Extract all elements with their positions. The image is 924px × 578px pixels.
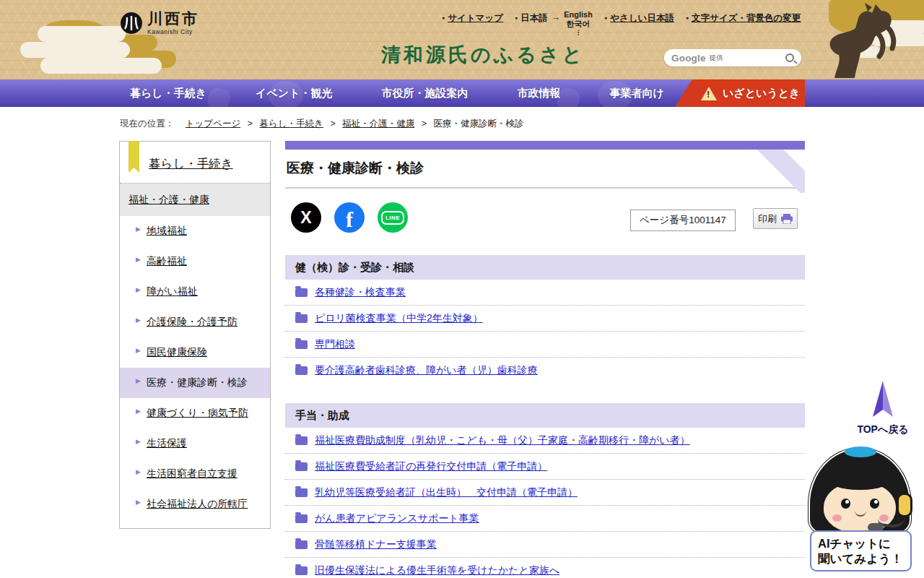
nav-item-shiyakusho[interactable]: 市役所・施設案内 bbox=[382, 87, 468, 100]
city-emblem-icon bbox=[120, 12, 143, 35]
x-share-icon[interactable]: X bbox=[291, 202, 321, 233]
google-provided-label: 提供 bbox=[710, 53, 723, 63]
content-link[interactable]: 各種健診・検査事業 bbox=[315, 286, 406, 299]
sidebar-item-kaigo[interactable]: ▶介護保険・介護予防 bbox=[120, 307, 270, 337]
content-link[interactable]: ピロリ菌検査事業（中学2年生対象） bbox=[315, 312, 483, 325]
global-navigation: 暮らし・手続き イベント・観光 市役所・施設案内 市政情報 事業者向け いざとい… bbox=[0, 79, 924, 107]
sidebar-category[interactable]: 福祉・介護・健康 bbox=[120, 184, 270, 216]
content-link[interactable]: 乳幼児等医療受給者証（出生時） 交付申請（電子申請） bbox=[315, 486, 578, 499]
triangle-bullet-icon: ▶ bbox=[136, 407, 141, 415]
folder-icon bbox=[295, 540, 308, 549]
content-link[interactable]: 旧優生保護法による優生手術等を受けたかたと家族へ bbox=[315, 564, 559, 577]
content-link[interactable]: がん患者アピアランスサポート事業 bbox=[315, 512, 479, 525]
sidebar-item-kokuho[interactable]: ▶国民健康保険 bbox=[120, 337, 270, 368]
language-switcher: 日本語 → English 한국어 ⋮ bbox=[515, 12, 593, 37]
main-content: 医療・健康診断・検診 X f LINE ページ番号1001147 印刷 健（検）… bbox=[285, 141, 805, 578]
nav-item-jigyosha[interactable]: 事業者向け bbox=[610, 87, 664, 100]
arrow-icon: → bbox=[552, 12, 561, 22]
sidebar-item-iryo-current[interactable]: ▶医療・健康診断・検診 bbox=[120, 368, 270, 398]
facebook-share-icon[interactable]: f bbox=[334, 202, 365, 233]
list-item: がん患者アピアランスサポート事業 bbox=[285, 506, 805, 532]
list-item: 各種健診・検査事業 bbox=[285, 280, 805, 306]
folder-icon bbox=[295, 566, 308, 575]
print-button[interactable]: 印刷 bbox=[753, 208, 798, 229]
breadcrumb: 現在の位置： トップページ > 暮らし・手続き > 福祉・介護・健康 > 医療・… bbox=[120, 118, 523, 130]
folder-icon bbox=[295, 462, 308, 471]
page-title: 医療・健康診断・検診 bbox=[287, 159, 805, 178]
list-item: ピロリ菌検査事業（中学2年生対象） bbox=[285, 306, 805, 332]
sidebar-item-seikatsuhogo[interactable]: ▶生活保護 bbox=[120, 428, 270, 459]
list-item: 要介護高齢者歯科診療、障がい者（児）歯科診療 bbox=[285, 358, 805, 384]
kawanishi-city-page: 川西市 Kawanishi City サイトマップ 日本語 → English … bbox=[0, 0, 924, 578]
list-item: 専門相談 bbox=[285, 332, 805, 358]
breadcrumb-home[interactable]: トップページ bbox=[186, 118, 240, 129]
sidebar-item-konkyusha[interactable]: ▶生活困窮者自立支援 bbox=[120, 459, 270, 489]
list-item: 福祉医療費受給者証の再発行交付申請（電子申請） bbox=[285, 454, 805, 480]
sitemap-link[interactable]: サイトマップ bbox=[442, 12, 503, 25]
section-heading-teate: 手当・助成 bbox=[285, 403, 805, 428]
white-cloud-decoration bbox=[20, 42, 130, 58]
list-item: 旧優生保護法による優生手術等を受けたかたと家族へ bbox=[285, 558, 805, 578]
search-input[interactable] bbox=[723, 51, 785, 64]
text-size-link[interactable]: 文字サイズ・背景色の変更 bbox=[686, 12, 801, 25]
share-toolbar: X f LINE ページ番号1001147 印刷 bbox=[285, 202, 805, 236]
mascot-blush bbox=[832, 514, 842, 522]
sidebar: 暮らし・手続き 福祉・介護・健康 ▶地域福祉 ▶高齢福祉 ▶障がい福祉 ▶介護保… bbox=[119, 141, 271, 529]
back-to-top-button[interactable]: TOPへ戻る bbox=[856, 381, 910, 436]
list-item: 福祉医療費助成制度（乳幼児・こども・母（父）子家庭・高齢期移行・障がい者） bbox=[285, 428, 805, 454]
sidebar-item-shogai[interactable]: ▶障がい福祉 bbox=[120, 277, 270, 307]
sidebar-item-kenko[interactable]: ▶健康づくり・病気予防 bbox=[120, 398, 270, 428]
breadcrumb-separator: > bbox=[248, 118, 253, 129]
nav-item-event[interactable]: イベント・観光 bbox=[256, 87, 332, 100]
sidebar-item-chiiki[interactable]: ▶地域福祉 bbox=[120, 216, 270, 246]
korean-link[interactable]: 한국어 bbox=[567, 20, 590, 29]
more-languages-icon[interactable]: ⋮ bbox=[575, 29, 582, 37]
sidebar-category-link[interactable]: 福祉・介護・健康 bbox=[128, 194, 209, 205]
english-link[interactable]: English bbox=[564, 10, 593, 20]
japanese-label: 日本語 bbox=[515, 12, 548, 25]
content-link[interactable]: 骨髄等移植ドナー支援事業 bbox=[315, 538, 437, 551]
sidebar-item-shakaifukushi[interactable]: ▶社会福祉法人の所轄庁 bbox=[120, 489, 270, 519]
city-tagline: 清和源氏のふるさと bbox=[381, 42, 585, 68]
site-header: 川西市 Kawanishi City サイトマップ 日本語 → English … bbox=[0, 0, 924, 79]
content-link[interactable]: 福祉医療費助成制度（乳幼児・こども・母（父）子家庭・高齢期移行・障がい者） bbox=[315, 434, 690, 447]
breadcrumb-kurashi[interactable]: 暮らし・手続き bbox=[260, 118, 323, 129]
city-name: 川西市 bbox=[147, 10, 199, 27]
triangle-bullet-icon: ▶ bbox=[136, 286, 141, 293]
folder-icon bbox=[295, 340, 308, 349]
easy-japanese-link[interactable]: やさしい日本語 bbox=[604, 12, 674, 25]
title-accent-bar bbox=[285, 141, 805, 150]
nav-item-kurashi[interactable]: 暮らし・手続き bbox=[130, 87, 206, 100]
breadcrumb-current: 医療・健康診断・検診 bbox=[433, 118, 523, 129]
line-share-icon[interactable]: LINE bbox=[378, 202, 408, 233]
triangle-bullet-icon: ▶ bbox=[136, 225, 141, 233]
section-heading-kenshin: 健（検）診・受診・相談 bbox=[285, 255, 805, 280]
ai-chat-widget[interactable]: AIチャットに 聞いてみよう！ bbox=[807, 441, 915, 572]
folder-icon bbox=[295, 436, 308, 445]
printer-icon bbox=[781, 214, 793, 224]
mascot-eye bbox=[870, 499, 879, 509]
up-arrow-icon bbox=[873, 381, 893, 417]
site-search[interactable]: Google 提供 bbox=[664, 49, 801, 66]
content-link[interactable]: 専門相談 bbox=[315, 338, 355, 351]
list-item: 骨髄等移植ドナー支援事業 bbox=[285, 532, 805, 558]
white-cloud-decoration bbox=[40, 58, 162, 74]
triangle-bullet-icon: ▶ bbox=[136, 499, 141, 506]
folder-icon bbox=[295, 488, 308, 497]
content-link[interactable]: 福祉医療費受給者証の再発行交付申請（電子申請） bbox=[315, 460, 547, 473]
nav-item-shisei[interactable]: 市政情報 bbox=[518, 87, 561, 100]
city-logo[interactable]: 川西市 Kawanishi City bbox=[120, 10, 199, 35]
content-link[interactable]: 要介護高齢者歯科診療、障がい者（児）歯科診療 bbox=[315, 364, 538, 377]
folder-icon bbox=[295, 288, 308, 297]
mascot-hat bbox=[845, 447, 876, 457]
breadcrumb-separator: > bbox=[422, 118, 427, 129]
nav-item-emergency[interactable]: いざというとき bbox=[675, 79, 805, 107]
mascot-headset-icon bbox=[897, 493, 912, 517]
triangle-bullet-icon: ▶ bbox=[136, 256, 141, 263]
folder-icon bbox=[295, 514, 308, 523]
ai-chat-bubble[interactable]: AIチャットに 聞いてみよう！ bbox=[810, 530, 912, 571]
sidebar-title-kurashi[interactable]: 暮らし・手続き bbox=[149, 157, 233, 170]
sidebar-item-korei[interactable]: ▶高齢福祉 bbox=[120, 246, 270, 277]
search-icon[interactable] bbox=[785, 53, 794, 62]
breadcrumb-fukushi[interactable]: 福祉・介護・健康 bbox=[342, 118, 414, 129]
